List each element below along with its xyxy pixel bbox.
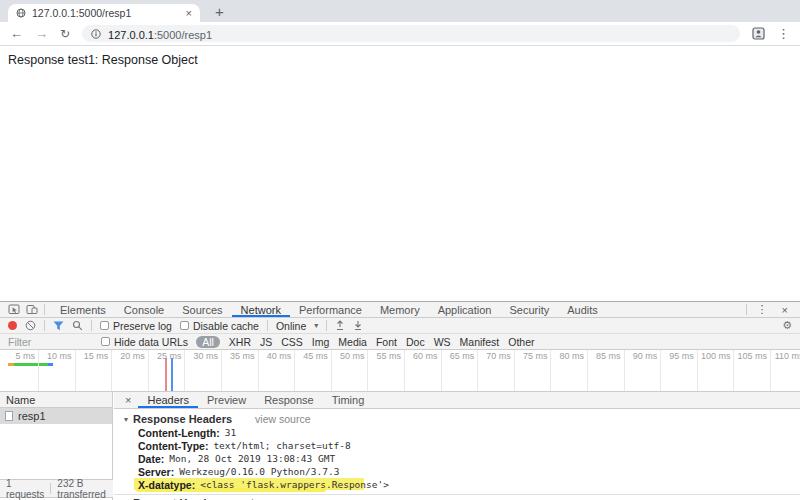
resource-type-filter[interactable]: Img [312,336,330,348]
divider [44,320,45,331]
timeline-gridline [441,350,442,392]
resource-type-filter[interactable]: CSS [281,336,303,348]
resource-type-filter[interactable]: Other [508,336,534,348]
disable-cache-label[interactable]: Disable cache [193,320,259,332]
devtools-tabs: ElementsConsoleSourcesNetworkPerformance… [51,302,607,317]
tab-close-icon[interactable]: × [186,8,192,19]
requests-count: 1 requests [6,478,44,500]
browser-menu-icon[interactable]: ⋮ [777,27,790,40]
timeline-gridline [770,350,771,392]
clear-icon[interactable] [25,320,36,331]
resource-type-filter[interactable]: XHR [229,336,251,348]
url-text: 127.0.0.1:5000/resp1 [108,25,212,43]
back-button[interactable]: ← [10,27,23,40]
details-tab[interactable]: Preview [198,392,255,408]
timeline-gridline [294,350,295,392]
inspect-element-icon[interactable] [8,304,20,315]
devtools-tabbar: ElementsConsoleSourcesNetworkPerformance… [0,302,800,318]
devtools-tab[interactable]: Audits [558,302,607,317]
network-summary-bar: 1 requests 232 B transferred [0,479,113,498]
view-source-link[interactable]: view source [255,413,310,425]
new-tab-button[interactable]: + [208,1,231,22]
timeline-tick-label: 35 ms [230,351,255,361]
requests-table: Name resp1 1 requests 232 B transferred [0,392,113,500]
request-headers-section[interactable]: ▾ Request Headers view source [114,494,800,500]
details-tab[interactable]: Response [255,392,323,408]
devtools-tab[interactable]: Performance [290,302,371,317]
name-column-header[interactable]: Name [0,392,112,408]
header-value: Werkzeug/0.16.0 Python/3.7.3 [179,466,339,477]
timeline-gridline [221,350,222,392]
network-overview[interactable]: 5 ms10 ms15 ms20 ms25 ms30 ms35 ms40 ms4… [0,350,800,392]
disclosure-triangle-icon[interactable]: ▾ [124,415,128,424]
devtools-tab[interactable]: Elements [51,302,115,317]
preserve-log-checkbox[interactable] [100,321,109,330]
record-button[interactable] [8,321,17,330]
devtools-tab[interactable]: Sources [173,302,231,317]
timeline-tick-label: 25 ms [157,351,182,361]
forward-button[interactable]: → [35,27,48,40]
resource-type-filter[interactable]: JS [260,336,272,348]
disable-cache-checkbox[interactable] [180,321,189,330]
throttling-select[interactable]: Online [276,320,306,332]
details-tab[interactable]: Headers [138,392,198,408]
resource-type-filter[interactable]: Manifest [460,336,500,348]
header-row: Server:Werkzeug/0.16.0 Python/3.7.3 [138,465,800,478]
profile-icon[interactable] [752,27,765,40]
url-host: 127.0.0.1 [108,29,154,41]
resource-type-filter[interactable]: Media [338,336,367,348]
resource-type-filter[interactable]: Doc [406,336,425,348]
resource-type-filter[interactable]: Font [376,336,397,348]
timeline-gridline [367,350,368,392]
resource-type-filters: AllXHRJSCSSImgMediaFontDocWSManifestOthe… [196,336,534,348]
timeline-tick-label: 40 ms [267,351,292,361]
devtools-menu-icon[interactable]: ⋮ [753,303,772,316]
request-row[interactable]: resp1 [0,408,112,424]
device-toolbar-icon[interactable] [26,304,38,315]
address-bar[interactable]: 127.0.0.1:5000/resp1 [82,25,740,42]
devtools-tab[interactable]: Memory [371,302,429,317]
devtools-close-icon[interactable]: × [778,304,792,316]
reload-button[interactable]: ↻ [60,28,70,40]
load-event-marker [171,358,173,392]
info-icon[interactable] [91,29,101,39]
timeline-tick-label: 105 ms [737,351,767,361]
divider [50,483,51,494]
divider [326,320,327,331]
timeline-gridline [624,350,625,392]
timeline-tick-label: 10 ms [47,351,72,361]
devtools-tab[interactable]: Security [500,302,558,317]
resource-type-filter[interactable]: All [196,336,220,348]
hide-data-urls-checkbox[interactable] [101,337,110,346]
filter-funnel-icon[interactable] [53,321,64,331]
overview-bar-content-segment [14,363,48,366]
network-filter-bar: Hide data URLs AllXHRJSCSSImgMediaFontDo… [0,334,800,350]
timeline-gridline [697,350,698,392]
resource-type-filter[interactable]: WS [434,336,451,348]
header-row: Content-Length:31 [138,426,800,439]
settings-gear-icon[interactable]: ⚙ [782,319,792,332]
timeline-tick-label: 50 ms [340,351,365,361]
search-icon[interactable] [72,320,83,331]
details-tab[interactable]: Timing [323,392,374,408]
header-row: Date:Mon, 28 Oct 2019 13:08:43 GMT [138,452,800,465]
details-close-icon[interactable]: × [118,392,138,408]
browser-tab[interactable]: 127.0.0.1:5000/resp1 × [8,4,200,22]
header-value: <class 'flask.wrappers.Response'> [200,479,389,490]
timeline-gridline [75,350,76,392]
filter-input[interactable] [8,336,93,348]
timeline-gridline [587,350,588,392]
timeline-gridline [404,350,405,392]
devtools-tab[interactable]: Application [429,302,501,317]
import-har-icon[interactable] [335,320,345,331]
response-headers-section[interactable]: ▾ Response Headers view source [124,412,800,426]
hide-data-urls-label[interactable]: Hide data URLs [114,336,188,348]
timeline-gridline [184,350,185,392]
devtools-tab[interactable]: Network [232,302,290,317]
timeline-tick-label: 110 ms [775,351,800,361]
devtools-tab[interactable]: Console [115,302,173,317]
export-har-icon[interactable] [353,320,363,331]
header-key: Content-Length: [138,427,220,439]
preserve-log-label[interactable]: Preserve log [113,320,172,332]
chevron-down-icon[interactable]: ▾ [314,321,318,330]
